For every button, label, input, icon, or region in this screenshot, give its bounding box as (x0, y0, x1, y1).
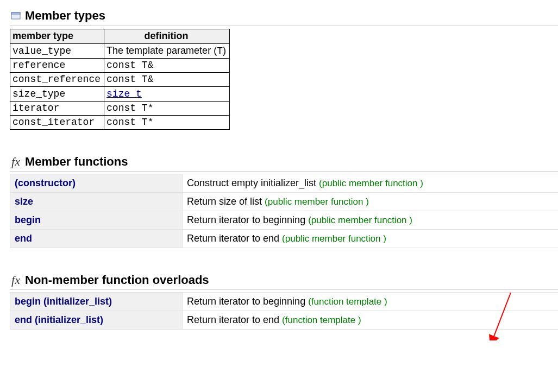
table-row: begin (initializer_list) Return iterator… (10, 293, 559, 311)
fx-icon: fx (10, 274, 22, 286)
member-types-table: member type definition value_type The te… (10, 29, 230, 130)
member-types-icon (10, 10, 22, 22)
size-t-link[interactable]: size_t (106, 88, 142, 99)
table-row: const_reference const T& (10, 73, 230, 87)
table-row: size Return size of list (public member … (10, 193, 559, 211)
th-member-type: member type (10, 29, 104, 44)
svg-rect-1 (11, 12, 20, 14)
section-title: Member types (25, 9, 105, 23)
table-row: (constructor) Construct empty initialize… (10, 174, 559, 193)
section-title: Non-member function overloads (25, 273, 209, 287)
fn-size[interactable]: size (10, 193, 183, 211)
member-functions-table: (constructor) Construct empty initialize… (10, 174, 558, 248)
table-row: begin Return iterator to beginning (publ… (10, 211, 559, 230)
fx-icon: fx (10, 156, 22, 168)
th-definition: definition (104, 29, 230, 44)
fn-constructor[interactable]: (constructor) (10, 174, 183, 193)
fn-end[interactable]: end (10, 230, 183, 248)
nonmember-functions-table: begin (initializer_list) Return iterator… (10, 292, 558, 330)
section-member-types: Member types (10, 8, 558, 26)
table-row: iterator const T* (10, 102, 230, 116)
table-row: size_type size_t (10, 87, 230, 102)
fn-begin-il[interactable]: begin (initializer_list) (10, 293, 183, 311)
table-row: end Return iterator to end (public membe… (10, 230, 559, 248)
table-row: const_iterator const T* (10, 116, 230, 130)
fn-begin[interactable]: begin (10, 211, 183, 230)
table-row: reference const T& (10, 59, 230, 73)
table-row: value_type The template parameter (T) (10, 44, 230, 59)
section-title: Member functions (25, 155, 128, 169)
table-row: end (initializer_list) Return iterator t… (10, 311, 559, 330)
fn-end-il[interactable]: end (initializer_list) (10, 311, 183, 330)
section-nonmember: fx Non-member function overloads (10, 272, 558, 290)
section-member-functions: fx Member functions (10, 154, 558, 172)
